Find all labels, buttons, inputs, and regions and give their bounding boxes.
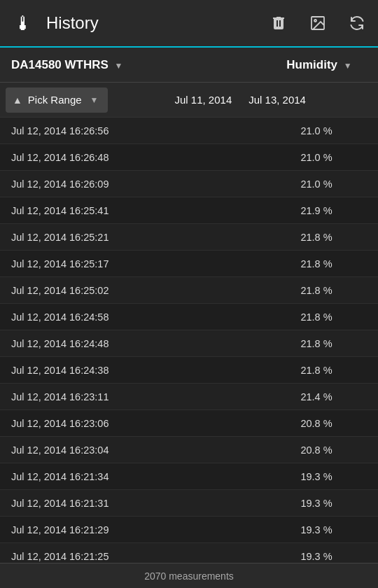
table-row[interactable]: Jul 12, 2014 16:25:0221.8 % — [0, 277, 378, 304]
row-value: 21.8 % — [260, 338, 372, 349]
row-datetime: Jul 12, 2014 16:25:21 — [6, 232, 260, 243]
thermometer-icon: 🌡 — [13, 12, 33, 35]
table-row[interactable]: Jul 12, 2014 16:25:1721.8 % — [0, 251, 378, 277]
table-row[interactable]: Jul 12, 2014 16:25:2121.8 % — [0, 224, 378, 251]
device-name[interactable]: DA14580 WTHRS ▼ — [0, 58, 266, 72]
footer: 2070 measurements — [0, 563, 378, 588]
row-value: 21.0 % — [260, 178, 372, 190]
row-datetime: Jul 12, 2014 16:25:17 — [6, 258, 260, 270]
app-icon: 🌡 — [8, 8, 38, 38]
row-value: 21.8 % — [260, 258, 372, 270]
row-datetime: Jul 12, 2014 16:23:04 — [6, 444, 260, 456]
table-row[interactable]: Jul 12, 2014 16:26:4821.0 % — [0, 144, 378, 171]
row-value: 21.0 % — [260, 125, 372, 136]
row-datetime: Jul 12, 2014 16:21:25 — [6, 551, 260, 562]
row-datetime: Jul 12, 2014 16:25:02 — [6, 285, 260, 296]
row-datetime: Jul 12, 2014 16:26:09 — [6, 178, 260, 190]
pick-range-button[interactable]: ▲ Pick Range ▼ — [6, 88, 108, 113]
device-sort-arrow: ▼ — [115, 61, 123, 71]
row-value: 21.8 % — [260, 285, 372, 296]
row-value: 21.8 % — [260, 232, 372, 243]
row-datetime: Jul 12, 2014 16:26:56 — [6, 125, 260, 136]
row-value: 21.4 % — [260, 391, 372, 402]
row-value: 19.3 % — [260, 551, 372, 562]
up-arrow-icon: ▲ — [13, 94, 22, 106]
table-row[interactable]: Jul 12, 2014 16:21:3419.3 % — [0, 463, 378, 490]
row-value: 19.3 % — [260, 524, 372, 536]
humidity-sort-arrow: ▼ — [344, 61, 352, 71]
date-start: Jul 11, 2014 — [175, 94, 232, 106]
column-header: DA14580 WTHRS ▼ Humidity ▼ — [0, 48, 378, 83]
row-value: 21.0 % — [260, 152, 372, 163]
refresh-button[interactable] — [344, 10, 370, 36]
measurements-count: 2070 measurements — [144, 570, 234, 582]
range-dropdown-arrow: ▼ — [90, 95, 99, 105]
row-value: 19.3 % — [260, 471, 372, 482]
pick-range-label: Pick Range — [28, 94, 82, 106]
row-value: 21.8 % — [260, 312, 372, 323]
row-datetime: Jul 12, 2014 16:21:29 — [6, 524, 260, 536]
table-row[interactable]: Jul 12, 2014 16:21:2519.3 % — [0, 543, 378, 563]
row-datetime: Jul 12, 2014 16:24:58 — [6, 312, 260, 323]
row-datetime: Jul 12, 2014 16:23:11 — [6, 391, 260, 402]
table-row[interactable]: Jul 12, 2014 16:24:5821.8 % — [0, 304, 378, 330]
title-bar: 🌡 History — [0, 0, 378, 48]
date-range: Jul 11, 2014 Jul 13, 2014 — [108, 94, 372, 106]
table-row[interactable]: Jul 12, 2014 16:26:5621.0 % — [0, 118, 378, 144]
row-datetime: Jul 12, 2014 16:21:34 — [6, 471, 260, 482]
table-row[interactable]: Jul 12, 2014 16:26:0921.0 % — [0, 171, 378, 197]
data-list: Jul 12, 2014 16:26:5621.0 %Jul 12, 2014 … — [0, 118, 378, 563]
row-value: 21.8 % — [260, 365, 372, 376]
row-datetime: Jul 12, 2014 16:24:48 — [6, 338, 260, 349]
row-datetime: Jul 12, 2014 16:26:48 — [6, 152, 260, 163]
row-value: 21.9 % — [260, 205, 372, 216]
page-title: History — [46, 13, 266, 33]
title-actions — [266, 10, 370, 36]
row-datetime: Jul 12, 2014 16:23:06 — [6, 418, 260, 429]
table-row[interactable]: Jul 12, 2014 16:21:2919.3 % — [0, 517, 378, 543]
image-button[interactable] — [305, 10, 330, 36]
row-datetime: Jul 12, 2014 16:25:41 — [6, 205, 260, 216]
delete-button[interactable] — [266, 10, 291, 36]
table-row[interactable]: Jul 12, 2014 16:23:0420.8 % — [0, 437, 378, 463]
table-row[interactable]: Jul 12, 2014 16:25:4121.9 % — [0, 197, 378, 224]
table-row[interactable]: Jul 12, 2014 16:23:1121.4 % — [0, 384, 378, 410]
row-value: 19.3 % — [260, 498, 372, 509]
table-row[interactable]: Jul 12, 2014 16:24:4821.8 % — [0, 330, 378, 357]
svg-point-1 — [314, 20, 316, 22]
table-row[interactable]: Jul 12, 2014 16:21:3119.3 % — [0, 490, 378, 517]
row-datetime: Jul 12, 2014 16:21:31 — [6, 498, 260, 509]
table-row[interactable]: Jul 12, 2014 16:24:3821.8 % — [0, 357, 378, 384]
range-row: ▲ Pick Range ▼ Jul 11, 2014 Jul 13, 2014 — [0, 83, 378, 118]
humidity-column-header[interactable]: Humidity ▼ — [266, 58, 378, 72]
row-value: 20.8 % — [260, 418, 372, 429]
row-value: 20.8 % — [260, 444, 372, 456]
row-datetime: Jul 12, 2014 16:24:38 — [6, 365, 260, 376]
table-row[interactable]: Jul 12, 2014 16:23:0620.8 % — [0, 410, 378, 437]
date-end: Jul 13, 2014 — [248, 94, 306, 106]
